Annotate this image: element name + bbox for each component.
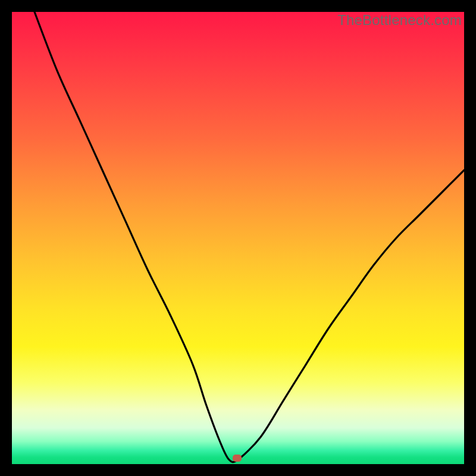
- watermark-text: TheBottleneck.com: [337, 12, 462, 29]
- curve-path: [35, 12, 464, 462]
- min-marker: [233, 455, 242, 462]
- curve-plot: [12, 12, 464, 464]
- plot-frame: TheBottleneck.com: [12, 12, 464, 464]
